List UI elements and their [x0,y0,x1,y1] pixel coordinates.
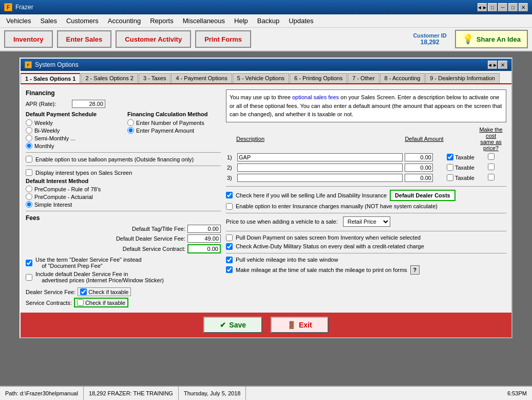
enter-payments-radio[interactable] [127,119,134,126]
customer-activity-button[interactable]: Customer Activity [116,30,191,48]
optional-fees-link[interactable]: optional sales fees [292,94,339,100]
menu-backup[interactable]: Backup [253,16,283,26]
dialog-restore-btn[interactable]: ◄► [488,61,497,69]
menu-help[interactable]: Help [230,16,252,26]
dealer-taxable-checkbox[interactable] [80,288,87,295]
service-taxable-checkbox[interactable] [77,299,84,306]
service-contract-label: Default Service Contract: [26,246,185,252]
tab-accounting[interactable]: 8 - Accounting [380,73,425,83]
semimonthly-radio[interactable] [26,135,32,141]
fee-desc-2-input[interactable] [237,163,403,172]
active-duty-checkbox[interactable] [226,243,233,250]
fee-desc-3-input[interactable] [237,174,403,182]
tab-other[interactable]: 7 - Other [348,73,379,83]
menu-customers[interactable]: Customers [62,16,103,26]
make-mileage-row: Make mileage at the time of sale match t… [226,265,506,275]
schedule-label: Default Payment Schedule [26,111,119,117]
fee-make-cost-2-checkbox[interactable] [488,163,495,170]
service-contract-input[interactable] [187,244,221,253]
monthly-radio[interactable] [26,142,32,149]
tag-title-fee-input[interactable] [187,225,221,233]
fee-amount-3-input[interactable] [405,174,433,182]
fee-make-cost-1-checkbox[interactable] [488,153,495,160]
pull-mileage-checkbox[interactable] [226,257,233,263]
calculation-method-col: Financing Calculation Method Enter Numbe… [127,111,221,149]
menu-reports[interactable]: Reports [146,16,178,26]
fee-amount-1-input[interactable] [405,153,433,161]
tab-sales-options-1[interactable]: 1 - Sales Options 1 [21,73,80,83]
enter-sales-button[interactable]: Enter Sales [57,30,112,48]
interest-types-checkbox[interactable] [26,169,32,176]
biweekly-radio[interactable] [26,127,32,134]
pull-down-checkbox[interactable] [226,234,233,241]
tabs-container: 1 - Sales Options 1 2 - Sales Options 2 … [21,71,511,84]
title-restore-btn[interactable]: ─ [498,3,507,11]
left-panel: Financing APR (Rate): Default Payment Sc… [26,89,221,307]
title-minimize-btn[interactable]: ◄► [478,3,487,11]
save-button[interactable]: ✔ Save [203,317,262,333]
precompute-actuarial-radio[interactable] [26,193,32,200]
status-date-text: Thursday, July 5, 2018 [184,390,240,396]
system-options-dialog: F System Options ◄► ✕ 1 - Sales Options … [20,58,512,338]
menu-vehicles[interactable]: Vehicles [2,16,35,26]
price-label: Price to use when adding a vehicle to a … [226,219,338,225]
include-dealer-checkbox[interactable] [26,274,32,281]
price-dropdown[interactable]: Retail Price Cost Asking Price [343,216,390,227]
fee-taxable-1-checkbox[interactable] [447,154,453,160]
tab-printing-options[interactable]: 6 - Printing Options [290,73,347,83]
tab-payment-options[interactable]: 4 - Payment Options [171,73,232,83]
menu-sales[interactable]: Sales [36,16,61,26]
col-taxable [445,126,476,152]
enter-amount-row: Enter Payment Amount [127,127,221,134]
service-taxable-text: Check if taxable [85,300,125,306]
tab-vehicle-options[interactable]: 5 - Vehicle Options [233,73,289,83]
apr-input[interactable] [72,100,105,108]
interest-types-row: Display interest types on Sales Screen [26,169,221,176]
insurance-manual-checkbox[interactable] [226,203,233,210]
balloon-checkbox[interactable] [26,156,32,162]
menu-updates[interactable]: Updates [284,16,317,26]
fee-amount-2-input[interactable] [405,163,433,172]
precompute-actuarial-row: PreCompute - Actuarial [26,193,221,200]
include-dealer-row: Include default Dealer Service Fee in ad… [26,271,221,283]
monthly-radio-row: Monthly [26,142,119,149]
weekly-radio[interactable] [26,119,32,126]
title-close-btn[interactable]: □ [508,3,518,11]
tag-title-fee-row: Default Tag/Title Fee: [26,225,221,233]
precompute78-radio[interactable] [26,186,32,192]
status-info: 18,292 FRAZER: THE TRAINING [84,387,179,400]
menu-miscellaneous[interactable]: Miscellaneous [179,16,229,26]
fee-make-cost-3-checkbox[interactable] [488,174,495,180]
mileage-help-button[interactable]: ? [410,265,420,275]
dialog-title-left: F System Options [25,61,79,68]
life-disability-checkbox[interactable] [226,192,233,198]
enter-amount-radio[interactable] [127,127,134,134]
title-maximize-btn[interactable]: □ [488,3,497,11]
precompute78-label: PreCompute - Rule of 78's [34,186,101,192]
fee-amount-1-cell [404,152,445,162]
inventory-button[interactable]: Inventory [4,30,53,48]
fee-desc-1-input[interactable] [237,153,403,161]
fee-taxable-2-checkbox[interactable] [447,164,453,171]
fee-taxable-3-checkbox[interactable] [447,174,453,181]
menu-accounting[interactable]: Accounting [104,16,145,26]
apr-label: APR (Rate): [26,101,72,107]
title-x-btn[interactable]: ✕ [519,3,528,11]
dialog-close-btn[interactable]: ✕ [498,61,507,69]
exit-button[interactable]: 🚪 Exit [271,317,329,333]
use-dealer-term-checkbox[interactable] [26,260,32,266]
make-mileage-checkbox[interactable] [226,266,233,273]
dealer-service-fee-input[interactable] [187,234,221,243]
pull-down-row: Pull Down Payment on sales screen from I… [226,234,506,241]
tab-dealership-info[interactable]: 9 - Dealership Information [425,73,500,83]
fee-taxable-2-cell: Taxable [445,162,476,173]
tab-taxes[interactable]: 3 - Taxes [139,73,170,83]
share-idea-label: Share An Idea [477,35,521,43]
pull-down-label: Pull Down Payment on sales screen from I… [236,234,421,241]
print-forms-button[interactable]: Print Forms [195,30,251,48]
payment-schedule-col: Default Payment Schedule Weekly Bi-Weekl… [26,111,119,149]
share-idea-button[interactable]: 💡 Share An Idea [455,30,528,48]
tab-sales-options-2[interactable]: 2 - Sales Options 2 [81,73,138,83]
default-dealer-costs-button[interactable]: Default Dealer Costs [390,190,455,201]
simple-interest-radio[interactable] [26,201,32,208]
